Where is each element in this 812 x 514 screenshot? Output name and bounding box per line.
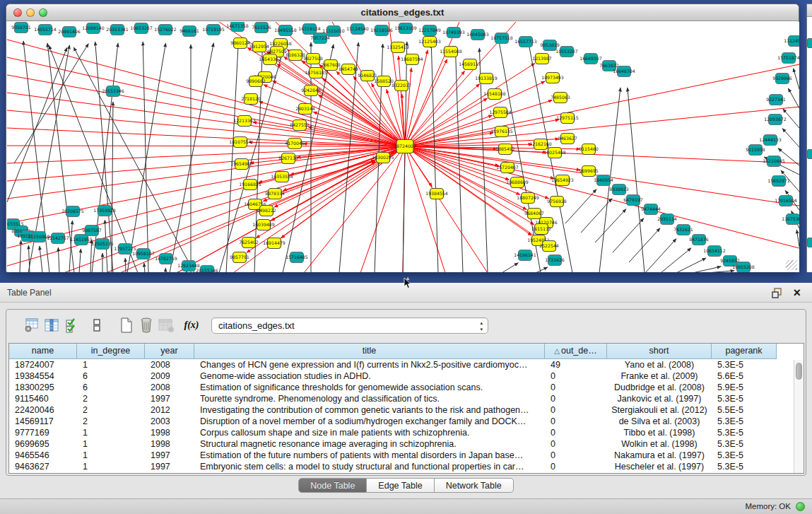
table-cell[interactable]: 0	[545, 450, 607, 461]
table-cell[interactable]: 2	[77, 416, 145, 427]
table-cell[interactable]: 2009	[145, 370, 194, 382]
tab-node-table[interactable]: Node Table	[298, 478, 367, 493]
table-cell[interactable]: 5.3E-5	[712, 416, 777, 427]
table-cell[interactable]: Embryonic stem cells: a model to study s…	[194, 461, 545, 472]
table-cell[interactable]: Changes of HCN gene expression and I(f) …	[194, 359, 545, 370]
table-cell[interactable]: 5.6E-5	[712, 370, 777, 382]
table-cell[interactable]: 5.3E-5	[712, 438, 777, 450]
table-cell[interactable]: 0	[545, 416, 607, 427]
table-cell[interactable]: 0	[545, 370, 607, 382]
table-cell[interactable]: 5.5E-5	[712, 404, 777, 416]
table-cell[interactable]: 5.3E-5	[712, 427, 777, 438]
table-cell[interactable]: Hescheler et al. (1997)	[607, 461, 712, 472]
table-cell[interactable]: Estimation of the future numbers of pati…	[194, 450, 545, 461]
close-panel-icon[interactable]: ×	[793, 284, 801, 301]
table-cell[interactable]: 0	[545, 427, 607, 438]
table-cell[interactable]: 1997	[145, 461, 194, 472]
column-header-title[interactable]: title	[194, 344, 545, 359]
tab-network-table[interactable]: Network Table	[435, 478, 514, 493]
table-cell[interactable]: 6	[77, 370, 145, 382]
table-cell[interactable]: 2003	[145, 416, 194, 427]
table-cell[interactable]: 1997	[145, 393, 194, 404]
table-cell[interactable]: Wolkin et al. (1998)	[607, 438, 712, 450]
clear-selection-button[interactable]	[87, 315, 107, 335]
network-canvas[interactable]: 1872400718300295986012489129541822605898…	[7, 22, 799, 272]
table-cell[interactable]: 0	[545, 393, 607, 404]
table-row[interactable]: 1830029562008Estimation of significance …	[9, 382, 804, 393]
table-cell[interactable]: 1	[77, 450, 145, 461]
column-header-in_degree[interactable]: in_degree	[77, 344, 145, 359]
table-cell[interactable]: 1998	[145, 427, 194, 438]
table-row[interactable]: 1456911722003Disruption of a novel membe…	[9, 416, 804, 427]
network-window-titlebar[interactable]: citations_edges.txt	[6, 4, 799, 21]
table-cell[interactable]: 2008	[145, 359, 194, 370]
table-cell[interactable]: 19384554	[9, 370, 77, 382]
memory-status-indicator[interactable]	[796, 502, 805, 511]
table-cell[interactable]: 9699695	[9, 438, 77, 450]
table-row[interactable]: 1872400712008Changes of HCN gene express…	[9, 359, 804, 370]
window-resize-grip[interactable]	[786, 260, 797, 270]
table-cell[interactable]: Structural magnetic resonance image aver…	[194, 438, 545, 450]
function-builder-button[interactable]: f(x)	[182, 315, 201, 335]
column-header-out_de[interactable]: △out_de…	[545, 344, 607, 359]
new-column-button[interactable]	[117, 315, 136, 335]
table-cell[interactable]: 1	[77, 461, 145, 472]
column-header-year[interactable]: year	[145, 344, 194, 359]
table-cell[interactable]: 5.3E-5	[712, 461, 777, 472]
table-cell[interactable]: 2	[77, 404, 145, 416]
float-panel-icon[interactable]	[772, 288, 782, 298]
table-cell[interactable]: 6	[77, 382, 145, 393]
table-cell[interactable]: 9115460	[9, 393, 77, 404]
table-cell[interactable]: 2008	[145, 382, 194, 393]
table-cell[interactable]: 0	[545, 382, 607, 393]
table-cell[interactable]: 0	[545, 438, 607, 450]
table-cell[interactable]: 22420046	[9, 404, 77, 416]
table-cell[interactable]: de Silva et al. (2003)	[607, 416, 712, 427]
table-cell[interactable]: 9777169	[9, 427, 77, 438]
table-cell[interactable]: 14569117	[9, 416, 77, 427]
table-cell[interactable]: 0	[545, 404, 607, 416]
table-cell[interactable]: Yano et al. (2008)	[607, 359, 712, 370]
table-cell[interactable]: 9463627	[9, 461, 77, 472]
table-cell[interactable]: 5.3E-5	[712, 450, 777, 461]
table-cell[interactable]: 5.3E-5	[712, 393, 777, 404]
table-cell[interactable]: Investigating the contribution of common…	[194, 404, 545, 416]
table-cell[interactable]: 18724007	[9, 359, 77, 370]
table-scrollbar[interactable]	[794, 360, 804, 473]
row-selection-button[interactable]	[61, 315, 81, 335]
table-row[interactable]: 977716911998Corpus callosum shape and si…	[9, 427, 804, 438]
table-cell[interactable]: 9465546	[9, 450, 77, 461]
table-row[interactable]: 969969511998Structural magnetic resonanc…	[9, 438, 804, 450]
table-cell[interactable]: 18300295	[9, 382, 77, 393]
table-cell[interactable]: 49	[545, 359, 607, 370]
table-cell[interactable]: 5.9E-5	[712, 382, 777, 393]
table-cell[interactable]: Nakamura et al. (1997)	[607, 450, 712, 461]
table-cell[interactable]: Estimation of significance thresholds fo…	[194, 382, 545, 393]
table-cell[interactable]: 0	[545, 461, 607, 472]
table-cell[interactable]: Tibbo et al. (1998)	[607, 427, 712, 438]
table-cell[interactable]: 1	[77, 427, 145, 438]
table-cell[interactable]: 5.3E-5	[712, 359, 777, 370]
column-header-pagerank[interactable]: pagerank	[712, 344, 777, 359]
table-cell[interactable]: 1997	[145, 450, 194, 461]
table-cell[interactable]: 2	[77, 393, 145, 404]
column-header-short[interactable]: short	[607, 344, 712, 359]
delete-column-button[interactable]	[136, 315, 156, 335]
table-selector-dropdown[interactable]: citations_edges.txt ▴▾	[211, 317, 488, 334]
table-cell[interactable]: Tourette syndrome. Phenomenology and cla…	[194, 393, 545, 404]
table-cell[interactable]: Jankovic et al. (1997)	[607, 393, 712, 404]
table-cell[interactable]: 1	[77, 438, 145, 450]
table-cell[interactable]: 1998	[145, 438, 194, 450]
table-cell[interactable]: Corpus callosum shape and size in male p…	[194, 427, 545, 438]
table-row[interactable]: 911546021997Tourette syndrome. Phenomeno…	[9, 393, 804, 404]
table-mode-button[interactable]	[22, 315, 42, 335]
show-columns-button[interactable]	[42, 315, 61, 335]
table-scrollbar-thumb[interactable]	[796, 363, 802, 380]
tab-edge-table[interactable]: Edge Table	[367, 478, 434, 493]
table-cell[interactable]: Stergiakouli et al. (2012)	[607, 404, 712, 416]
table-cell[interactable]: 2012	[145, 404, 194, 416]
table-cell[interactable]: Dudbridge et al. (2008)	[607, 382, 712, 393]
table-cell[interactable]: Franke et al. (2009)	[607, 370, 712, 382]
table-row[interactable]: 2242004622012Investigating the contribut…	[9, 404, 804, 416]
table-row[interactable]: 1938455462009Genome-wide association stu…	[9, 370, 804, 382]
